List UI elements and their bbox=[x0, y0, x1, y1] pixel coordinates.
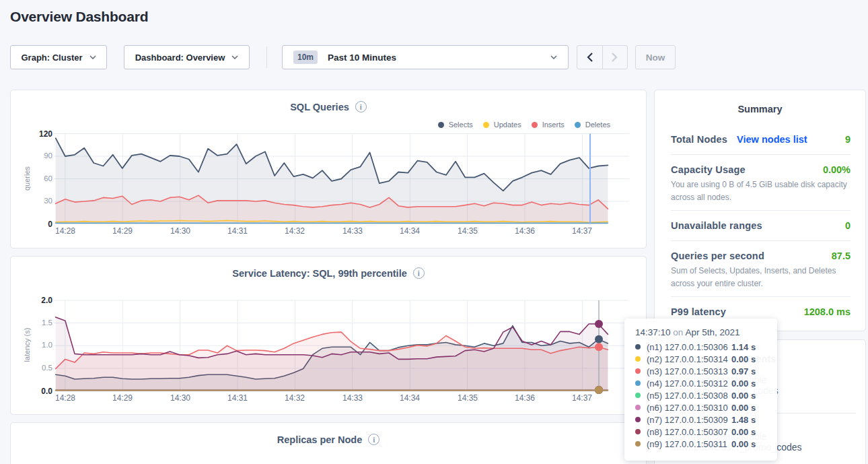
x-axis-tick: 14:29 bbox=[101, 393, 144, 403]
time-range-badge: 10m bbox=[293, 51, 318, 64]
node-dot-icon bbox=[635, 393, 641, 398]
chevron-down-icon bbox=[89, 55, 96, 59]
tooltip-node-row: (n7) 127.0.0.1:503091.48 s bbox=[635, 413, 766, 426]
info-icon[interactable]: i bbox=[368, 434, 379, 445]
tooltip-node-row: (n5) 127.0.0.1:503080.00 s bbox=[635, 389, 766, 401]
node-dot-icon bbox=[635, 417, 641, 422]
latency-chart[interactable] bbox=[11, 257, 646, 414]
x-axis-tick: 14:33 bbox=[331, 226, 374, 236]
x-axis-tick: 14:35 bbox=[446, 226, 489, 236]
summary-row-total-nodes: Total Nodes View nodes list 9 bbox=[671, 125, 851, 155]
sql-queries-chart[interactable] bbox=[11, 90, 646, 248]
p99-latency-value: 1208.0 ms bbox=[804, 306, 851, 318]
summary-row-qps: Queries per second 87.5 Sum of Selects, … bbox=[671, 241, 851, 297]
node-dot-icon bbox=[635, 380, 641, 386]
page-title: Overview Dashboard bbox=[10, 9, 148, 25]
chevron-down-icon bbox=[231, 55, 238, 59]
x-axis-tick: 14:34 bbox=[388, 226, 431, 236]
x-axis-tick: 14:34 bbox=[388, 393, 431, 403]
x-axis-tick: 14:36 bbox=[503, 393, 546, 403]
x-axis-tick: 14:29 bbox=[101, 226, 144, 236]
x-axis-tick: 14:35 bbox=[446, 393, 489, 403]
tooltip-node-row: (n9) 127.0.0.1:503110.00 s bbox=[635, 438, 766, 450]
total-nodes-value: 9 bbox=[845, 134, 851, 145]
replicas-panel: Replicas per Node i bbox=[10, 422, 647, 464]
tooltip-node-row: (n3) 127.0.0.1:503130.97 s bbox=[635, 365, 766, 377]
chevron-left-icon bbox=[587, 53, 593, 62]
tooltip-node-row: (n4) 127.0.0.1:503120.00 s bbox=[635, 377, 766, 389]
x-axis-tick: 14:37 bbox=[560, 393, 604, 403]
chevron-down-icon bbox=[550, 55, 557, 59]
node-dot-icon bbox=[635, 429, 641, 434]
graph-dropdown[interactable]: Graph: Cluster bbox=[10, 45, 107, 69]
x-axis-tick: 14:28 bbox=[44, 393, 87, 403]
node-dot-icon bbox=[635, 356, 641, 362]
node-dot-icon bbox=[635, 405, 641, 410]
qps-value: 87.5 bbox=[832, 251, 851, 262]
summary-row-capacity: Capacity Usage 0.00% You are using 0 B o… bbox=[671, 155, 851, 211]
tooltip-node-row: (n6) 127.0.0.1:503100.00 s bbox=[635, 401, 766, 413]
controls-divider bbox=[266, 46, 267, 68]
now-button[interactable]: Now bbox=[635, 45, 676, 69]
dashboard-dropdown-label: Dashboard: Overview bbox=[135, 53, 225, 63]
summary-panel: Summary Total Nodes View nodes list 9 Ca… bbox=[654, 90, 866, 331]
y-axis-label: latency (s) bbox=[23, 304, 31, 385]
summary-title: Summary bbox=[655, 104, 865, 114]
y-axis-tick: 2.0 bbox=[22, 296, 52, 305]
summary-row-unavailable: Unavailable ranges 0 bbox=[671, 211, 851, 241]
chevron-right-icon bbox=[612, 53, 618, 62]
unavailable-ranges-value: 0 bbox=[845, 220, 851, 232]
view-nodes-list-link[interactable]: View nodes list bbox=[737, 134, 807, 145]
next-time-button[interactable] bbox=[603, 46, 628, 69]
time-range-picker[interactable]: 10m Past 10 Minutes bbox=[282, 45, 569, 69]
graph-dropdown-label: Graph: Cluster bbox=[21, 53, 82, 63]
capacity-usage-value: 0.00% bbox=[823, 164, 851, 176]
x-axis-tick: 14:36 bbox=[503, 226, 546, 236]
x-axis-tick: 14:30 bbox=[159, 226, 202, 236]
node-dot-icon bbox=[635, 368, 641, 374]
tooltip-timestamp: 14:37:10 on Apr 5th, 2021 bbox=[635, 327, 766, 337]
x-axis-tick: 14:28 bbox=[44, 226, 87, 236]
x-axis-tick: 14:32 bbox=[273, 393, 316, 403]
node-dot-icon bbox=[635, 344, 641, 350]
prev-time-button[interactable] bbox=[577, 46, 603, 69]
tooltip-node-row: (n8) 127.0.0.1:503070.00 s bbox=[635, 426, 766, 438]
sql-queries-panel: SQL Queries i SelectsUpdatesInsertsDelet… bbox=[10, 90, 647, 248]
x-axis-tick: 14:31 bbox=[216, 393, 259, 403]
chart-tooltip: 14:37:10 on Apr 5th, 2021 (n1) 127.0.0.1… bbox=[624, 319, 777, 461]
x-axis-tick: 14:32 bbox=[273, 226, 316, 236]
dashboard-dropdown[interactable]: Dashboard: Overview bbox=[124, 45, 250, 69]
x-axis-tick: 14:37 bbox=[560, 226, 604, 236]
latency-panel: Service Latency: SQL, 99th percentile i … bbox=[10, 256, 647, 415]
y-axis-tick: 120 bbox=[22, 129, 52, 139]
replicas-title: Replicas per Node i bbox=[11, 434, 646, 445]
time-range-label: Past 10 Minutes bbox=[328, 53, 396, 63]
x-axis-tick: 14:31 bbox=[216, 226, 259, 236]
node-dot-icon bbox=[635, 441, 641, 446]
tooltip-node-row: (n1) 127.0.0.1:503061.14 s bbox=[635, 341, 766, 353]
y-axis-label: queries bbox=[23, 138, 31, 219]
tooltip-node-row: (n2) 127.0.0.1:503140.00 s bbox=[635, 353, 766, 365]
x-axis-tick: 14:30 bbox=[159, 393, 202, 403]
x-axis-tick: 14:33 bbox=[331, 393, 374, 403]
time-step-buttons bbox=[577, 45, 628, 69]
